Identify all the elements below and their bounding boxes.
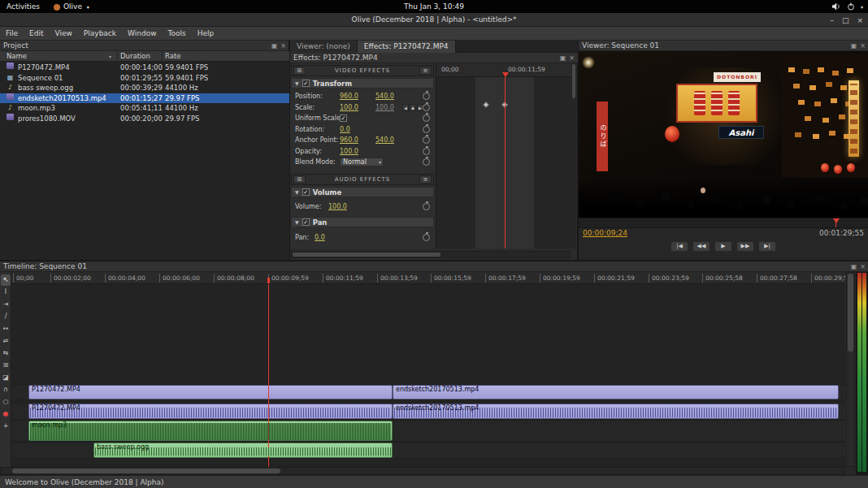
timeline-playhead-marker[interactable] bbox=[267, 278, 270, 284]
snapping-toggle[interactable]: ∩ bbox=[1, 384, 11, 395]
window-title-bar[interactable]: Olive (December 2018 | Alpha) - <untitle… bbox=[0, 13, 868, 27]
table-row[interactable]: ▦ Sequence 01 00:01:29;55 59.9401 FPS bbox=[0, 73, 289, 84]
add-video-effect-button[interactable]: ⊞ bbox=[293, 67, 306, 75]
transition-tool[interactable]: ◪ bbox=[1, 372, 11, 383]
timeline-vertical-scrollbar[interactable] bbox=[846, 272, 855, 467]
column-duration[interactable]: Duration bbox=[120, 51, 150, 62]
scale-y-value[interactable]: 100.0 bbox=[375, 102, 394, 113]
table-row[interactable]: ♪ moon.mp3 00:05:41;11 44100 Hz bbox=[0, 103, 289, 114]
project-column-headers[interactable]: Name ▾ Duration Rate bbox=[0, 51, 289, 62]
audio-clip[interactable]: bass sweep.ogg bbox=[93, 443, 393, 458]
collapse-icon[interactable]: ▼ bbox=[295, 80, 299, 86]
go-to-start-button[interactable]: |◀ bbox=[671, 241, 688, 252]
keyframe-toggle-icon[interactable] bbox=[423, 114, 430, 122]
video-clip[interactable]: P1270472.MP4 bbox=[28, 385, 393, 399]
keyframe-toggle-icon[interactable] bbox=[423, 158, 430, 166]
menu-help[interactable]: Help bbox=[192, 27, 220, 41]
zoom-tool[interactable]: ○ bbox=[1, 396, 11, 408]
pointer-tool[interactable]: ↖ bbox=[1, 274, 11, 286]
add-keyframe-icon[interactable]: ◆ bbox=[410, 104, 416, 111]
system-tray[interactable]: ▾ bbox=[832, 0, 863, 13]
volume-enabled-checkbox[interactable]: ✓ bbox=[302, 188, 310, 196]
viewer-seek-bar[interactable] bbox=[579, 218, 868, 228]
maximize-button[interactable]: □ bbox=[842, 16, 849, 24]
current-timecode[interactable]: 00:00:09;24 bbox=[583, 229, 627, 237]
menu-edit[interactable]: Edit bbox=[24, 27, 49, 41]
viewer-float-icon[interactable]: ▣ bbox=[851, 41, 857, 51]
previous-frame-button[interactable]: ◀◀ bbox=[692, 241, 710, 252]
tab-effects[interactable]: Effects: P1270472.MP4 bbox=[358, 41, 456, 53]
razor-tool[interactable]: / bbox=[1, 311, 11, 322]
column-name[interactable]: Name bbox=[7, 51, 27, 62]
keyframe-toggle-icon[interactable] bbox=[423, 148, 430, 155]
ripple-tool[interactable]: ⇥ bbox=[1, 299, 11, 310]
menu-file[interactable]: File bbox=[0, 27, 24, 41]
table-row[interactable]: ♪ bass sweep.ogg 00:00:39;29 44100 Hz bbox=[0, 83, 289, 93]
clock[interactable]: Thu Jan 3, 10:49 bbox=[0, 0, 868, 13]
close-button[interactable]: × bbox=[857, 16, 863, 24]
keyframe-toggle-icon[interactable] bbox=[423, 104, 430, 111]
volume-value[interactable]: 100.0 bbox=[328, 201, 347, 212]
rotation-value[interactable]: 0.0 bbox=[340, 124, 350, 135]
menu-tools[interactable]: Tools bbox=[163, 27, 192, 41]
tab-viewer-none[interactable]: Viewer: (none) bbox=[290, 41, 358, 53]
timeline-ruler[interactable]: 00;00 00:00:02;00 00:00:04;00 00:00:06;0… bbox=[11, 272, 845, 284]
record-button[interactable]: ● bbox=[1, 408, 11, 420]
keyframe-toggle-icon[interactable] bbox=[423, 234, 430, 241]
uniform-scale-checkbox[interactable]: ✓ bbox=[340, 114, 347, 122]
timeline-float-icon[interactable]: ▣ bbox=[851, 261, 857, 272]
transform-section-header[interactable]: ▼ ✓ Transform bbox=[291, 78, 434, 89]
position-x-value[interactable]: 960.0 bbox=[340, 91, 358, 101]
scale-x-value[interactable]: 100.0 bbox=[340, 102, 358, 113]
table-row[interactable]: prores1080.MOV 00:00:20;00 29.97 FPS bbox=[0, 114, 289, 124]
table-row-selected[interactable]: endsketch20170513.mp4 00:01:15;27 29.97 … bbox=[0, 93, 289, 104]
keyframe-playhead-marker[interactable] bbox=[502, 72, 509, 77]
position-y-value[interactable]: 540.0 bbox=[375, 91, 394, 101]
keyframe-graph-area[interactable]: 00;00 00:00:11;59 bbox=[436, 63, 571, 248]
add-button[interactable]: + bbox=[1, 421, 11, 432]
keyframe-toggle-icon[interactable] bbox=[423, 93, 430, 100]
menu-window[interactable]: Window bbox=[122, 27, 163, 41]
keyframe-toggle-icon[interactable] bbox=[423, 136, 430, 144]
video-effects-menu-icon[interactable]: ≡ bbox=[419, 67, 432, 75]
opacity-value[interactable]: 100.0 bbox=[340, 146, 358, 157]
effects-horizontal-scrollbar[interactable] bbox=[291, 251, 571, 258]
project-close-icon[interactable]: × bbox=[280, 41, 286, 51]
add-audio-effect-button[interactable]: ⊞ bbox=[293, 175, 306, 184]
audio-clip[interactable]: endsketch20170513.mp4 bbox=[393, 404, 839, 419]
slide-tool[interactable]: ⇆ bbox=[1, 348, 11, 359]
next-frame-button[interactable]: ▶▶ bbox=[736, 241, 754, 252]
rolling-tool[interactable]: ⇌ bbox=[1, 335, 11, 347]
keyframe-toggle-icon[interactable] bbox=[423, 126, 430, 133]
volume-section-header[interactable]: ▼ ✓ Volume bbox=[291, 187, 434, 197]
viewer-playhead-marker[interactable] bbox=[833, 218, 840, 223]
audio-clip[interactable]: P1270472.MP4 bbox=[28, 404, 393, 419]
menu-playback[interactable]: Playback bbox=[78, 27, 122, 41]
anchor-y-value[interactable]: 540.0 bbox=[375, 135, 394, 145]
blend-mode-dropdown[interactable]: Normal ▾ bbox=[340, 158, 384, 166]
collapse-icon[interactable]: ▼ bbox=[295, 219, 299, 225]
menu-view[interactable]: View bbox=[50, 27, 78, 41]
pan-value[interactable]: 0.0 bbox=[315, 232, 325, 243]
viewer-playhead-line[interactable] bbox=[835, 218, 836, 227]
collapse-icon[interactable]: ▼ bbox=[295, 189, 299, 195]
table-row[interactable]: P1270472.MP4 00:00:14;00 59.9401 FPS bbox=[0, 63, 289, 73]
effects-float-icon[interactable]: ▣ bbox=[560, 53, 566, 63]
pan-enabled-checkbox[interactable]: ✓ bbox=[302, 218, 310, 226]
effects-vertical-scrollbar[interactable] bbox=[571, 63, 576, 248]
transform-enabled-checkbox[interactable]: ✓ bbox=[302, 80, 310, 87]
viewer-close-icon[interactable]: × bbox=[860, 41, 866, 51]
play-button[interactable]: ▶ bbox=[714, 241, 732, 252]
timeline-horizontal-scrollbar[interactable] bbox=[0, 467, 845, 475]
hand-tool[interactable]: ⊞ bbox=[1, 360, 11, 371]
timeline-close-icon[interactable]: × bbox=[860, 261, 866, 272]
go-to-end-button[interactable]: ▶| bbox=[758, 241, 776, 252]
minimize-button[interactable]: – bbox=[830, 16, 834, 24]
video-clip[interactable]: endsketch20170513.mp4 bbox=[393, 385, 839, 399]
timeline-tracks[interactable]: P1270472.MP4 endsketch20170513.mp4 P1270… bbox=[11, 284, 845, 467]
prev-keyframe-icon[interactable]: ◀ bbox=[402, 104, 409, 111]
audio-clip[interactable]: moon.mp3 bbox=[28, 421, 393, 441]
slip-tool[interactable]: ↔ bbox=[1, 323, 11, 335]
project-float-icon[interactable]: ▣ bbox=[271, 41, 278, 51]
anchor-x-value[interactable]: 960.0 bbox=[340, 135, 358, 145]
